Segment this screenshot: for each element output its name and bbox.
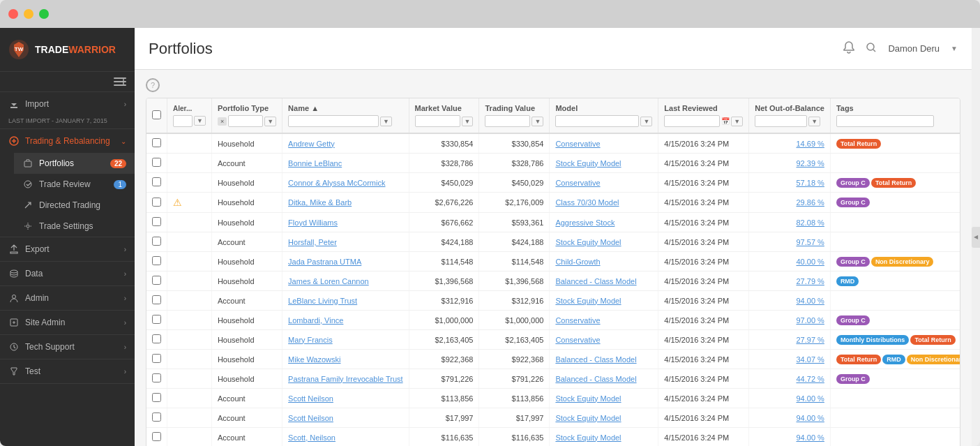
model-link[interactable]: Balanced - Class Model [555,355,636,364]
net-oob-link[interactable]: 27.79 % [797,277,824,285]
user-name[interactable]: Damon Deru [888,43,940,54]
trading-value-filter-input[interactable] [485,115,530,127]
net-oob-link[interactable]: 94.00 % [797,297,824,305]
portfolio-name-link[interactable]: Floyd Williams [288,218,338,227]
minimize-button[interactable] [24,9,33,19]
row-checkbox[interactable] [152,217,161,226]
row-checkbox[interactable] [152,373,161,382]
alerts-filter-btn[interactable]: ▼ [194,116,206,126]
user-chevron[interactable]: ▼ [951,45,958,52]
net-oob-link[interactable]: 40.00 % [797,258,824,266]
portfolio-name-link[interactable]: Connor & Alyssa McCormick [288,179,385,187]
row-checkbox[interactable] [152,412,161,422]
net-oob-link[interactable]: 34.07 % [797,355,824,364]
portfolio-name-link[interactable]: LeBlanc Living Trust [288,297,357,305]
row-checkbox[interactable] [152,334,161,343]
net-oob-link[interactable]: 29.86 % [797,198,824,207]
portfolio-name-link[interactable]: Bonnie LeBlanc [288,159,342,168]
model-filter-input[interactable] [555,115,639,127]
sidebar-item-trade-settings[interactable]: Trade Settings [14,216,135,237]
tags-filter-input[interactable] [836,115,934,127]
net-oob-link[interactable]: 57.18 % [797,179,824,187]
portfolio-name-link[interactable]: Scott Neilson [288,414,333,422]
net-oob-link[interactable]: 94.00 % [797,433,824,442]
model-link[interactable]: Conservative [555,316,600,325]
net-oob-link[interactable]: 92.39 % [797,159,824,168]
row-checkbox[interactable] [152,393,161,402]
net-oob-link[interactable]: 97.00 % [797,316,824,325]
model-link[interactable]: Aggressive Stock [555,218,615,227]
sidebar-item-trading[interactable]: Trading & Rebalancing ⌄ [0,129,135,153]
model-link[interactable]: Class 70/30 Model [555,198,619,207]
sidebar-item-tech-support[interactable]: Tech Support › [0,335,135,359]
row-checkbox[interactable] [152,295,161,304]
row-checkbox[interactable] [152,198,161,207]
sidebar-item-test[interactable]: Test › [0,359,135,383]
portfolio-name-link[interactable]: Mary Francis [288,336,333,344]
model-link[interactable]: Stock Equity Model [555,159,621,168]
alerts-filter-input[interactable] [173,115,193,127]
model-link[interactable]: Child-Growth [555,258,600,266]
row-checkbox[interactable] [152,177,161,186]
net-oob-link[interactable]: 27.97 % [797,336,824,344]
net-oob-link[interactable]: 97.57 % [797,238,824,246]
last-reviewed-filter-input[interactable] [664,115,720,127]
sidebar-toggle[interactable] [0,72,135,92]
bell-icon[interactable] [843,41,854,57]
row-checkbox[interactable] [152,138,161,147]
help-button[interactable]: ? [146,78,160,92]
portfolio-type-filter-btn[interactable]: ▼ [264,117,276,126]
portfolio-name-link[interactable]: Horsfall, Peter [288,238,337,246]
market-value-filter-btn[interactable]: ▼ [462,117,474,126]
net-oob-filter-input[interactable] [755,115,807,127]
model-link[interactable]: Balanced - Class Model [555,277,636,285]
portfolio-name-link[interactable]: Pastrana Family Irrevocable Trust [288,375,402,383]
net-oob-link[interactable]: 82.08 % [797,218,824,227]
model-link[interactable]: Stock Equity Model [555,414,621,422]
name-filter-input[interactable] [288,115,379,127]
maximize-button[interactable] [39,9,49,19]
sidebar-item-data[interactable]: Data › [0,262,135,285]
portfolio-name-link[interactable]: Lombardi, Vince [288,316,343,325]
model-link[interactable]: Stock Equity Model [555,297,621,305]
portfolio-type-clear-btn[interactable]: × [218,117,227,126]
portfolio-name-link[interactable]: Ditka, Mike & Barb [288,198,352,207]
sidebar-item-admin[interactable]: Admin › [0,286,135,310]
portfolio-type-filter-input[interactable] [228,115,263,127]
row-checkbox[interactable] [152,276,161,285]
model-link[interactable]: Conservative [555,140,600,148]
portfolio-name-link[interactable]: Scott Neilson [288,394,333,403]
portfolio-name-link[interactable]: Scott, Neilson [288,433,336,442]
net-oob-link[interactable]: 14.69 % [797,140,824,148]
model-link[interactable]: Conservative [555,336,600,344]
net-oob-link[interactable]: 94.00 % [797,394,824,403]
row-checkbox[interactable] [152,432,161,441]
trading-value-filter-btn[interactable]: ▼ [532,117,543,126]
portfolio-name-link[interactable]: Mike Wazowski [288,355,340,364]
row-checkbox[interactable] [152,256,161,265]
last-reviewed-filter-btn[interactable]: ▼ [731,117,743,126]
row-checkbox[interactable] [152,354,161,363]
net-oob-filter-btn[interactable]: ▼ [808,117,820,126]
model-link[interactable]: Balanced - Class Model [555,375,636,383]
net-oob-link[interactable]: 44.72 % [797,375,824,383]
select-all-checkbox[interactable] [152,110,161,119]
right-panel-toggle[interactable]: ◀ [972,227,980,248]
row-checkbox[interactable] [152,237,161,246]
sidebar-item-import[interactable]: Import › [0,92,135,116]
close-button[interactable] [8,9,18,19]
model-link[interactable]: Stock Equity Model [555,394,621,403]
sidebar-item-export[interactable]: Export › [0,237,135,261]
th-name[interactable]: Name ▲ ▼ [282,98,409,133]
sidebar-item-portfolios[interactable]: Portfolios 22 [14,153,135,174]
model-link[interactable]: Conservative [555,179,600,187]
portfolio-name-link[interactable]: Andrew Getty [288,140,335,148]
search-icon[interactable] [866,42,877,56]
row-checkbox[interactable] [152,158,161,167]
market-value-filter-input[interactable] [415,115,460,127]
sidebar-item-site-admin[interactable]: Site Admin › [0,311,135,334]
row-checkbox[interactable] [152,315,161,324]
net-oob-link[interactable]: 94.00 % [797,414,824,422]
model-filter-btn[interactable]: ▼ [640,117,652,126]
model-link[interactable]: Stock Equity Model [555,238,621,246]
